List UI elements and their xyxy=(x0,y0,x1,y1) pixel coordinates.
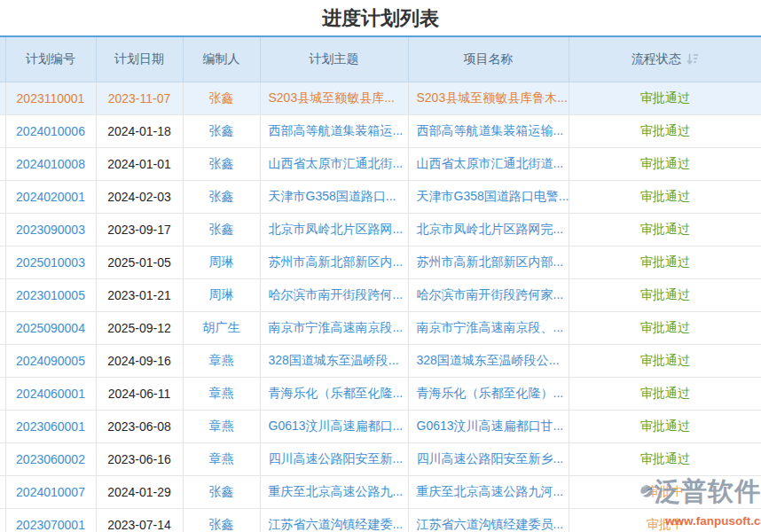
table-row[interactable]: 13 2024010007 2024-01-29 张鑫 重庆至北京高速公路九..… xyxy=(0,476,761,509)
table-row[interactable]: 1 2023110001 2023-11-07 张鑫 S203县城至额敏县库..… xyxy=(0,82,761,115)
subject-link[interactable]: 江苏省六道沟镇经建委... xyxy=(269,517,404,531)
column-header-compiler[interactable]: 编制人 xyxy=(183,37,260,82)
plan-no-link[interactable]: 2024020001 xyxy=(16,190,85,204)
project-link[interactable]: 山西省太原市汇通北街道... xyxy=(417,156,564,170)
sort-icon[interactable] xyxy=(686,53,699,65)
cell-project: 青海乐化（乐都至化隆）... xyxy=(408,378,569,411)
cell-plan-date: 2024-09-16 xyxy=(96,345,183,378)
cell-subject: 重庆至北京高速公路九... xyxy=(260,476,408,509)
subject-link[interactable]: 四川高速公路阳安至新... xyxy=(269,451,404,466)
plan-no-link[interactable]: 2023110001 xyxy=(17,91,85,106)
plan-no-link[interactable]: 2023010005 xyxy=(16,288,85,302)
cell-compiler: 周琳 xyxy=(183,279,260,312)
subject-link[interactable]: 苏州市高新北部新区内... xyxy=(269,254,404,269)
plan-no-link[interactable]: 2023090003 xyxy=(16,223,85,237)
plan-no-link[interactable]: 2024010008 xyxy=(16,157,85,171)
cell-subject: 山西省太原市汇通北街... xyxy=(260,148,408,181)
plan-no-link[interactable]: 2024090005 xyxy=(16,354,85,368)
subject-link[interactable]: 重庆至北京高速公路九... xyxy=(269,484,404,498)
project-link[interactable]: 哈尔滨市南开街段跨何家... xyxy=(417,287,564,301)
project-link[interactable]: 苏州市高新北部新区内部... xyxy=(417,254,564,269)
project-link[interactable]: 四川高速公路阳安至新乡... xyxy=(417,451,564,466)
table-row[interactable]: 11 2023060001 2023-06-08 章燕 G0613汶川高速扁都口… xyxy=(0,411,761,443)
subject-link[interactable]: 天津市G358国道路口... xyxy=(269,189,396,203)
cell-subject: 天津市G358国道路口... xyxy=(260,181,408,214)
cell-status: 审批通过 xyxy=(569,181,761,214)
column-header-status[interactable]: 流程状态 xyxy=(569,37,761,82)
cell-compiler: 张鑫 xyxy=(183,509,260,532)
project-link[interactable]: G0613汶川高速扁都口甘... xyxy=(417,419,564,433)
subject-link[interactable]: 北京市凤岭北片区路网... xyxy=(269,222,404,236)
project-link[interactable]: 江苏省六道沟镇经建委员... xyxy=(417,517,564,531)
project-link[interactable]: 重庆至北京高速公路九河... xyxy=(417,484,564,498)
table-row[interactable]: 9 2024090005 2024-09-16 章燕 328国道城东至温峤段..… xyxy=(0,345,761,378)
subject-link[interactable]: G0613汶川高速扁都口... xyxy=(269,419,404,433)
table-row[interactable]: 4 2024020001 2024-02-03 张鑫 天津市G358国道路口..… xyxy=(0,181,761,214)
table-row[interactable]: 6 2025010003 2025-01-05 周琳 苏州市高新北部新区内...… xyxy=(0,246,761,279)
plan-no-link[interactable]: 2024010007 xyxy=(16,485,85,499)
cell-plan-no: 2023110001 xyxy=(5,82,96,115)
cell-status: 审批通过 xyxy=(569,378,761,411)
cell-plan-no: 2024020001 xyxy=(5,181,96,214)
plan-no-link[interactable]: 2024010006 xyxy=(16,124,85,138)
plan-no-link[interactable]: 2025090004 xyxy=(16,321,85,335)
plan-no-link[interactable]: 2023060001 xyxy=(16,419,85,434)
cell-subject: 西部高等航道集装箱运... xyxy=(260,115,408,148)
status-badge: 审批通过 xyxy=(640,90,690,105)
cell-subject: 青海乐化（乐都至化隆... xyxy=(260,378,408,411)
subject-link[interactable]: S203县城至额敏县库... xyxy=(269,90,395,105)
cell-status: 审批通过 xyxy=(569,345,761,378)
subject-link[interactable]: 山西省太原市汇通北街... xyxy=(269,156,404,170)
cell-plan-no: 2024010006 xyxy=(5,115,96,148)
cell-status: 审批通过 xyxy=(569,246,761,279)
column-header-project[interactable]: 项目名称 xyxy=(408,37,569,82)
cell-status: 审批中 xyxy=(569,509,761,532)
table-row[interactable]: 3 2024010008 2024-01-01 张鑫 山西省太原市汇通北街...… xyxy=(0,148,761,181)
project-link[interactable]: 328国道城东至温峤段公... xyxy=(417,353,560,367)
column-header-plan-no[interactable]: 计划编号 xyxy=(5,37,96,82)
project-link[interactable]: 西部高等航道集装箱运输... xyxy=(417,123,564,137)
cell-compiler: 张鑫 xyxy=(183,148,260,181)
cell-status: 审批通过 xyxy=(569,279,761,312)
cell-compiler: 张鑫 xyxy=(183,115,260,148)
project-link[interactable]: 青海乐化（乐都至化隆）... xyxy=(417,386,564,400)
project-link[interactable]: 北京市凤岭北片区路网完... xyxy=(417,222,564,236)
project-link[interactable]: 南京市宁淮高速南京段、... xyxy=(417,320,564,334)
plan-no-link[interactable]: 2024060001 xyxy=(16,387,85,401)
column-header-plan-date[interactable]: 计划日期 xyxy=(96,37,183,82)
project-link[interactable]: S203县城至额敏县库鲁木... xyxy=(417,90,568,105)
cell-status: 审批通过 xyxy=(569,312,761,345)
subject-link[interactable]: 哈尔滨市南开街段跨何... xyxy=(269,287,404,301)
table-row[interactable]: 10 2024060001 2024-06-11 章燕 青海乐化（乐都至化隆..… xyxy=(0,378,761,411)
cell-plan-no: 2025090004 xyxy=(5,312,96,345)
cell-project: 山西省太原市汇通北街道... xyxy=(408,148,569,181)
status-badge: 审批通过 xyxy=(640,189,690,203)
table-row[interactable]: 12 2023060002 2023-06-16 章燕 四川高速公路阳安至新..… xyxy=(0,443,761,476)
plan-no-link[interactable]: 2023060002 xyxy=(16,452,85,466)
cell-project: 南京市宁淮高速南京段、... xyxy=(408,312,569,345)
status-badge: 审批通过 xyxy=(640,287,690,301)
table-row[interactable]: 7 2023010005 2023-01-21 周琳 哈尔滨市南开街段跨何...… xyxy=(0,279,761,312)
column-header-subject[interactable]: 计划主题 xyxy=(260,37,408,82)
table-header-row: 计划编号 计划日期 编制人 计划主题 项目名称 流程状态 xyxy=(0,37,761,82)
cell-subject: G0613汶川高速扁都口... xyxy=(260,411,408,443)
subject-link[interactable]: 青海乐化（乐都至化隆... xyxy=(269,386,404,400)
status-badge: 审批通过 xyxy=(640,320,690,334)
cell-status: 审批通过 xyxy=(569,82,761,115)
table-row[interactable]: 2 2024010006 2024-01-18 张鑫 西部高等航道集装箱运...… xyxy=(0,115,761,148)
cell-compiler: 胡广生 xyxy=(183,312,260,345)
cell-subject: 328国道城东至温峤段... xyxy=(260,345,408,378)
status-badge: 审批通过 xyxy=(640,222,690,236)
plan-no-link[interactable]: 2025010003 xyxy=(16,255,85,270)
plan-no-link[interactable]: 2023070001 xyxy=(16,518,85,532)
subject-link[interactable]: 西部高等航道集装箱运... xyxy=(269,123,404,137)
cell-status: 审批通过 xyxy=(569,411,761,443)
project-link[interactable]: 天津市G358国道路口电警... xyxy=(417,189,569,203)
subject-link[interactable]: 南京市宁淮高速南京段... xyxy=(269,320,404,334)
table-row[interactable]: 8 2025090004 2025-09-12 胡广生 南京市宁淮高速南京段..… xyxy=(0,312,761,345)
status-badge: 审批通过 xyxy=(640,386,690,400)
subject-link[interactable]: 328国道城东至温峤段... xyxy=(269,353,399,367)
cell-subject: 哈尔滨市南开街段跨何... xyxy=(260,279,408,312)
table-row[interactable]: 5 2023090003 2023-09-17 张鑫 北京市凤岭北片区路网...… xyxy=(0,214,761,246)
table-row[interactable]: 14 2023070001 2023-07-14 张鑫 江苏省六道沟镇经建委..… xyxy=(0,509,761,532)
